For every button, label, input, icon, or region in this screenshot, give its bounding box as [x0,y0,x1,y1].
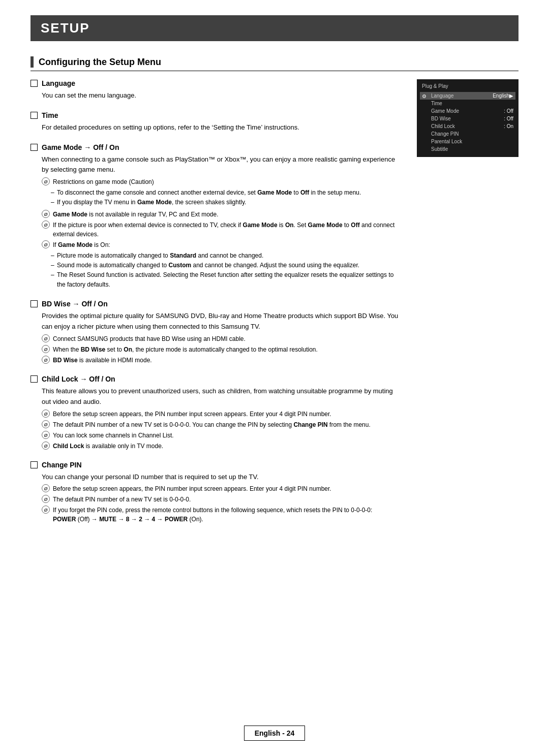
subsection-title-bd-wise: BD Wise → Off / On [30,300,402,308]
subsection-change-pin: Change PIN You can change your personal … [30,461,402,524]
checkbox-child-lock [30,375,38,383]
checkbox-language [30,80,38,87]
note-icon-4: Ø [42,240,50,248]
subsection-language: Language You can set the menu language. [30,79,402,101]
game-icon [422,109,429,114]
tv-menu-item-bd-wise: BD Wise : Off [422,115,513,122]
note-icon: Ø [42,334,50,342]
child-lock-note-1: Ø Before the setup screen appears, the P… [42,410,402,419]
bullet-item: To disconnect the game console and conne… [51,188,402,198]
tv-menu-item-subtitle: Subtitle [422,145,513,153]
bullet-item: The Reset Sound function is activated. S… [51,270,402,290]
checkbox-bd-wise [30,300,38,307]
game-mode-description: When connecting to a game console such a… [42,154,402,176]
page-title-bar: SETUP [30,15,518,41]
note-text: You can lock some channels in Channel Li… [53,431,174,440]
note-icon: Ø [42,356,50,364]
tv-menu-item-parental-lock: Parental Lock [422,138,513,145]
content-area: Language You can set the menu language. … [30,79,518,534]
note-icon: Ø [42,442,50,450]
change-pin-note-2: Ø The default PIN number of a new TV set… [42,495,402,504]
section-header-bar [30,56,34,68]
tv-menu-item-change-pin: Change PIN [422,130,513,138]
bullet-item: Picture mode is automatically changed to… [51,251,402,261]
note-text: The default PIN number of a new TV set i… [53,495,191,504]
note-text: Connect SAMSUNG products that have BD Wi… [53,334,246,343]
note-text: BD Wise is available in HDMI mode. [53,356,152,365]
tv-menu-item-child-lock: Child Lock : On [422,122,513,130]
pin-icon [422,132,429,137]
bd-icon [422,116,429,121]
subsection-child-lock: Child Lock → Off / On This feature allow… [30,375,402,451]
language-description: You can set the menu language. [42,90,402,101]
game-mode-note-3: Ø If the picture is poor when external d… [42,220,402,239]
bd-wise-note-2: Ø When the BD Wise set to On, the pictur… [42,345,402,354]
subsection-title-child-lock: Child Lock → Off / On [30,375,402,383]
parental-icon [422,139,429,144]
checkbox-time [30,112,38,119]
note-icon: Ø [42,345,50,353]
footer-text: English - 24 [255,729,295,737]
lock-icon [422,124,429,129]
note-text: Before the setup screen appears, the PIN… [53,484,331,493]
note-icon: Ø [42,410,50,418]
note-icon-2: Ø [42,210,50,218]
page-title: SETUP [41,20,90,36]
subsection-title-time: Time [30,111,402,119]
gear-icon: ⚙ [422,93,429,99]
bd-wise-description: Provides the optimal picture quality for… [42,311,402,332]
change-pin-note-3: Ø If you forget the PIN code, press the … [42,506,402,524]
footer: English - 24 [0,726,549,741]
child-lock-note-3: Ø You can lock some channels in Channel … [42,431,402,440]
checkbox-game-mode [30,144,38,151]
subsection-title-game-mode: Game Mode → Off / On [30,143,402,151]
bullet-item: If you display the TV menu in Game Mode,… [51,198,402,207]
note-icon: Ø [42,495,50,503]
game-mode-bullets-1: To disconnect the game console and conne… [51,188,402,207]
note-text: If you forget the PIN code, press the re… [53,506,372,524]
note-text: Child Lock is available only in TV mode. [53,442,163,451]
child-lock-note-2: Ø The default PIN number of a new TV set… [42,420,402,429]
game-mode-bullets-2: Picture mode is automatically changed to… [51,251,402,290]
change-pin-description: You can change your personal ID number t… [42,472,402,483]
tv-menu-item-language: ⚙ Language English ▶ [420,92,515,100]
tv-menu-header: Plug & Play [422,83,513,90]
note-icon: Ø [42,431,50,439]
time-description: For detailed procedures on setting up op… [42,122,402,133]
subsection-game-mode: Game Mode → Off / On When connecting to … [30,143,402,290]
note-icon: Ø [42,484,50,492]
subtitle-icon [422,147,429,152]
subsection-title-language: Language [30,79,402,87]
bullet-item: Sound mode is automatically changed to C… [51,261,402,270]
main-content: Language You can set the menu language. … [30,79,402,534]
tv-menu-item-time: Time [422,100,513,107]
note-text: When the BD Wise set to On, the picture … [53,345,318,354]
note-icon: Ø [42,506,50,514]
section-title: Configuring the Setup Menu [39,57,161,68]
game-mode-note-2: Ø Game Mode is not available in regular … [42,210,402,219]
subsection-time: Time For detailed procedures on setting … [30,111,402,133]
bd-wise-note-1: Ø Connect SAMSUNG products that have BD … [42,334,402,343]
subsection-bd-wise: BD Wise → Off / On Provides the optimal … [30,300,402,365]
note-text-4: If Game Mode is On: [53,240,110,249]
bd-wise-note-3: Ø BD Wise is available in HDMI mode. [42,356,402,365]
child-lock-description: This feature allows you to prevent unaut… [42,386,402,407]
section-header: Configuring the Setup Menu [30,56,518,71]
note-icon-1: Ø [42,177,50,185]
subsection-title-change-pin: Change PIN [30,461,402,469]
change-pin-note-1: Ø Before the setup screen appears, the P… [42,484,402,493]
tv-menu-sidebar: Plug & Play ⚙ Language English ▶ Time Ga… [417,79,518,534]
child-lock-note-4: Ø Child Lock is available only in TV mod… [42,442,402,451]
time-icon [422,101,429,106]
note-text: The default PIN number of a new TV set i… [53,420,371,429]
note-icon: Ø [42,420,50,428]
note-text-3: If the picture is poor when external dev… [53,220,402,239]
tv-menu-item-game-mode: Game Mode : Off [422,107,513,115]
arrow-right-icon: ▶ [509,93,513,99]
checkbox-change-pin [30,461,38,468]
footer-badge: English - 24 [244,726,306,741]
game-mode-note-4: Ø If Game Mode is On: [42,240,402,249]
tv-menu-box: Plug & Play ⚙ Language English ▶ Time Ga… [417,79,518,157]
note-text: Before the setup screen appears, the PIN… [53,410,331,419]
note-icon-3: Ø [42,220,50,229]
